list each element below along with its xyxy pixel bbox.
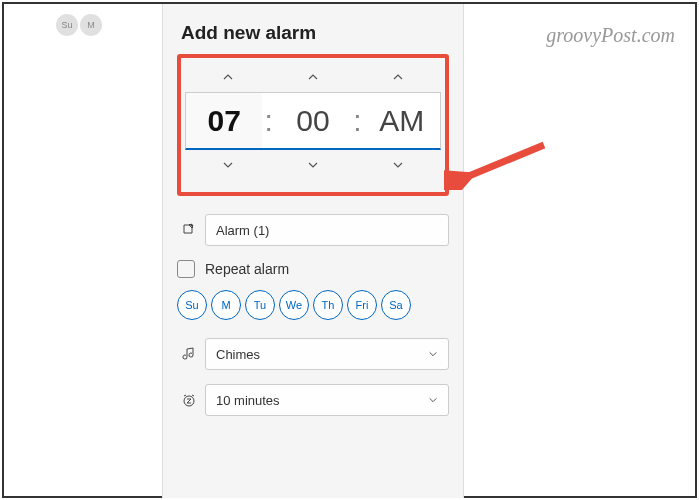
hours-value[interactable]: 07 (186, 93, 262, 148)
chevron-down-icon (428, 349, 438, 359)
time-picker-highlight: 07 : 00 : AM (177, 54, 449, 196)
day-wednesday[interactable]: We (279, 290, 309, 320)
time-separator: : (351, 104, 363, 138)
chevron-up-icon (307, 71, 319, 83)
music-note-icon (177, 342, 201, 366)
chevron-up-icon (222, 71, 234, 83)
alarm-name-value: Alarm (1) (216, 223, 269, 238)
chevron-down-icon (307, 159, 319, 171)
bg-chip: Su (56, 14, 78, 36)
snooze-value: 10 minutes (216, 393, 280, 408)
chevron-down-icon (428, 395, 438, 405)
panel-title: Add new alarm (181, 22, 449, 44)
ampm-down-button[interactable] (358, 154, 438, 176)
background-day-chips: Su M (56, 14, 102, 36)
time-separator: : (262, 104, 274, 138)
watermark: groovyPost.com (546, 24, 675, 47)
day-sunday[interactable]: Su (177, 290, 207, 320)
time-picker[interactable]: 07 : 00 : AM (185, 92, 441, 150)
edit-icon (177, 218, 201, 242)
bg-chip: M (80, 14, 102, 36)
chevron-down-icon (392, 159, 404, 171)
sound-dropdown[interactable]: Chimes (205, 338, 449, 370)
hours-up-button[interactable] (188, 66, 268, 88)
minutes-down-button[interactable] (273, 154, 353, 176)
snooze-dropdown[interactable]: 10 minutes (205, 384, 449, 416)
alarm-name-input[interactable]: Alarm (1) (205, 214, 449, 246)
chevron-down-icon (222, 159, 234, 171)
day-friday[interactable]: Fri (347, 290, 377, 320)
repeat-label: Repeat alarm (205, 261, 289, 277)
ampm-value[interactable]: AM (364, 93, 440, 148)
ampm-up-button[interactable] (358, 66, 438, 88)
chevron-up-icon (392, 71, 404, 83)
hours-down-button[interactable] (188, 154, 268, 176)
day-saturday[interactable]: Sa (381, 290, 411, 320)
snooze-icon (177, 388, 201, 412)
add-alarm-panel: Add new alarm 07 : 00 : AM (162, 4, 464, 498)
minutes-value[interactable]: 00 (275, 93, 351, 148)
days-selector: Su M Tu We Th Fri Sa (177, 290, 449, 320)
sound-value: Chimes (216, 347, 260, 362)
minutes-up-button[interactable] (273, 66, 353, 88)
day-monday[interactable]: M (211, 290, 241, 320)
day-tuesday[interactable]: Tu (245, 290, 275, 320)
day-thursday[interactable]: Th (313, 290, 343, 320)
repeat-checkbox[interactable] (177, 260, 195, 278)
svg-line-1 (464, 145, 544, 178)
